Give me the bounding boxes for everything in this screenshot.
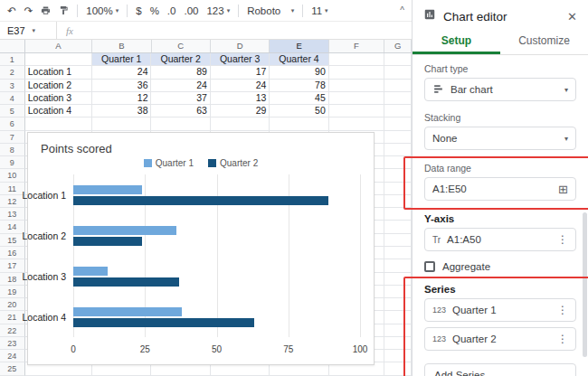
column-header-B[interactable]: B	[92, 40, 151, 52]
cell-F3[interactable]	[329, 80, 384, 92]
row-header-19[interactable]: 19	[0, 286, 25, 298]
add-series-button[interactable]: Add Series	[424, 363, 576, 376]
cell-G8[interactable]	[384, 144, 412, 156]
bar-quarter-2[interactable]	[73, 277, 179, 287]
cell-F2[interactable]	[329, 66, 384, 79]
row-header-3[interactable]: 3	[0, 80, 25, 92]
cell-F1[interactable]	[329, 53, 384, 66]
cell-E2[interactable]: 90	[270, 66, 328, 79]
cell-G9[interactable]	[384, 156, 412, 169]
kebab-menu-icon[interactable]: ⋮	[557, 333, 568, 345]
tab-setup[interactable]: Setup	[413, 29, 500, 54]
row-header-6[interactable]: 6	[0, 118, 25, 130]
bar-quarter-1[interactable]	[73, 185, 142, 194]
tab-customize[interactable]: Customize	[500, 29, 588, 54]
bar-quarter-1[interactable]	[73, 307, 182, 316]
close-icon[interactable]: ✕	[567, 10, 577, 24]
y-axis-chip[interactable]: Tr A1:A50 ⋮	[424, 228, 576, 251]
cell-G3[interactable]	[384, 80, 412, 92]
bar-quarter-2[interactable]	[73, 196, 328, 205]
cell-B6[interactable]	[92, 118, 151, 130]
legend-item[interactable]: Quarter 2	[208, 158, 258, 168]
row-header-5[interactable]: 5	[0, 105, 25, 118]
cell-C3[interactable]: 24	[151, 80, 210, 92]
cell-B3[interactable]: 36	[92, 80, 151, 92]
cell-D6[interactable]	[211, 118, 270, 130]
font-select[interactable]: Roboto ▾	[247, 5, 294, 16]
cell-B1[interactable]: Quarter 1	[92, 53, 151, 66]
row-header-20[interactable]: 20	[0, 298, 25, 311]
chart-type-select[interactable]: Bar chart ▾	[424, 78, 576, 101]
row-header-8[interactable]: 8	[0, 144, 25, 156]
cell-A3[interactable]: Location 2	[25, 80, 92, 92]
format-percent-button[interactable]: %	[150, 5, 159, 16]
cell-G16[interactable]	[384, 247, 412, 259]
cell-C6[interactable]	[151, 118, 210, 130]
decrease-decimal-button[interactable]: .0	[167, 5, 176, 16]
column-header-F[interactable]: F	[329, 40, 384, 52]
cell-A6[interactable]	[25, 118, 92, 130]
cell-G11[interactable]	[384, 183, 412, 195]
redo-icon[interactable]: ↷	[24, 5, 33, 17]
cell-G20[interactable]	[384, 298, 412, 311]
stacking-select[interactable]: None ▾	[424, 127, 576, 150]
select-data-range-icon[interactable]: ⊞	[558, 183, 568, 196]
cell-G7[interactable]	[384, 131, 412, 144]
chart-overlay[interactable]: Points scored Quarter 1Quarter 2 Locatio…	[27, 132, 375, 365]
cell-G5[interactable]	[384, 105, 412, 118]
more-formats-button[interactable]: 123 ▾	[206, 5, 230, 16]
cell-G24[interactable]	[384, 350, 412, 362]
column-header-C[interactable]: C	[152, 40, 211, 52]
row-header-9[interactable]: 9	[0, 156, 25, 169]
increase-decimal-button[interactable]: .00	[184, 5, 198, 16]
cell-G19[interactable]	[384, 286, 412, 298]
bar-quarter-2[interactable]	[73, 237, 142, 246]
cell-B5[interactable]: 38	[92, 105, 151, 118]
cell-D1[interactable]: Quarter 3	[211, 53, 270, 66]
cell-G17[interactable]	[384, 259, 412, 272]
row-header-10[interactable]: 10	[0, 169, 25, 182]
series-item-quarter-2[interactable]: 123 Quarter 2 ⋮	[424, 327, 576, 351]
cell-B2[interactable]: 24	[92, 66, 151, 79]
cell-C2[interactable]: 89	[151, 66, 210, 79]
kebab-menu-icon[interactable]: ⋮	[557, 304, 568, 316]
undo-icon[interactable]: ↶	[7, 5, 16, 17]
cell-C5[interactable]: 63	[151, 105, 210, 118]
cell-G25[interactable]	[384, 362, 412, 375]
cell-D5[interactable]: 29	[211, 105, 270, 118]
bar-quarter-1[interactable]	[73, 226, 176, 235]
cell-D2[interactable]: 17	[211, 66, 270, 79]
data-range-input[interactable]: A1:E50 ⊞	[424, 177, 576, 201]
row-header-25[interactable]: 25	[0, 362, 25, 375]
cell-E4[interactable]: 45	[270, 92, 328, 105]
cell-G4[interactable]	[384, 92, 412, 105]
cell-C4[interactable]: 37	[151, 92, 210, 105]
row-header-4[interactable]: 4	[0, 92, 25, 105]
bar-quarter-2[interactable]	[73, 318, 254, 327]
font-size-select[interactable]: 11 ▾	[311, 5, 327, 16]
select-all-corner[interactable]	[0, 40, 25, 52]
cell-G23[interactable]	[384, 337, 412, 350]
cell-G1[interactable]	[384, 53, 412, 66]
print-icon[interactable]	[41, 5, 51, 15]
bar-quarter-1[interactable]	[73, 267, 108, 276]
row-header-2[interactable]: 2	[0, 66, 25, 79]
cell-G12[interactable]	[384, 195, 412, 208]
cell-A1[interactable]	[25, 53, 92, 66]
cell-B4[interactable]: 12	[92, 92, 151, 105]
legend-item[interactable]: Quarter 1	[144, 158, 194, 168]
cell-D3[interactable]: 24	[211, 80, 270, 92]
cell-G15[interactable]	[384, 234, 412, 247]
row-header-24[interactable]: 24	[0, 350, 25, 362]
cell-E6[interactable]	[270, 118, 328, 130]
cell-G13[interactable]	[384, 208, 412, 221]
cell-G2[interactable]	[384, 66, 412, 79]
kebab-menu-icon[interactable]: ⋮	[557, 233, 568, 246]
row-header-7[interactable]: 7	[0, 131, 25, 144]
cell-G18[interactable]	[384, 273, 412, 286]
row-header-16[interactable]: 16	[0, 247, 25, 259]
collapse-toolbar-icon[interactable]: ^	[400, 5, 404, 15]
column-header-A[interactable]: A	[25, 40, 92, 52]
column-header-E[interactable]: E	[270, 40, 328, 52]
cell-G6[interactable]	[384, 118, 412, 130]
